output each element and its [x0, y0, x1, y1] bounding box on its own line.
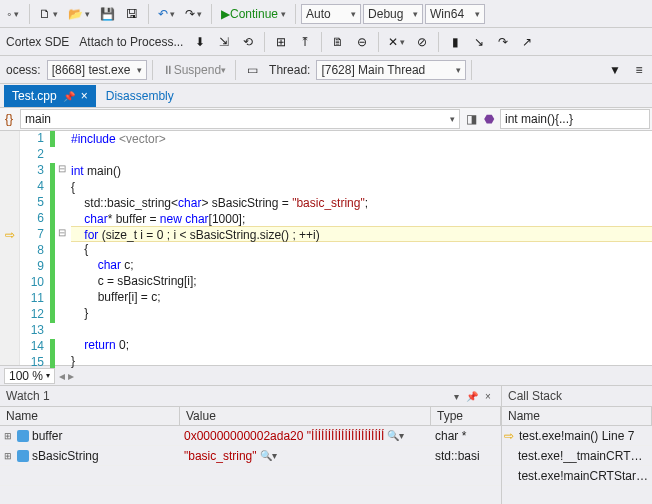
var-name: sBasicString	[32, 449, 99, 463]
breakpoint-gutter-line[interactable]: ⇨	[0, 227, 19, 243]
thread-combo[interactable]: [7628] Main Thread	[316, 60, 466, 80]
line-number: 12	[20, 307, 44, 323]
process-label: ocess:	[2, 63, 45, 77]
cs-col-name[interactable]: Name	[502, 407, 652, 425]
watch-row[interactable]: ⊞sBasicString"basic_string"🔍▾std::basi	[0, 446, 501, 466]
save-button[interactable]: 💾	[96, 3, 119, 25]
code-line[interactable]: {	[71, 179, 652, 195]
callstack-row[interactable]: test.exe!__tmainCRTStartu	[502, 446, 652, 466]
expander-icon[interactable]: ⊞	[4, 451, 14, 461]
code-line[interactable]: return 0;	[71, 337, 652, 353]
code-line[interactable]: char* buffer = new char[1000];	[71, 211, 652, 227]
debug-icon-3[interactable]: ⟲	[237, 31, 259, 53]
thread-icon[interactable]: ▭	[241, 59, 263, 81]
code-line[interactable]: buffer[i] = c;	[71, 289, 652, 305]
code-line[interactable]: #include <vector>	[71, 131, 652, 147]
var-value: 0x00000000002ada20 "ÍÍÍÍÍÍÍÍÍÍÍÍÍÍÍÍÍÍÍÍ…	[184, 429, 384, 443]
line-number: 8	[20, 243, 44, 259]
breakpoint-gutter-line[interactable]	[0, 195, 19, 211]
code-line[interactable]	[71, 321, 652, 337]
stack-frame-icon[interactable]: ≡	[628, 59, 650, 81]
member-combo[interactable]: int main(){...}	[500, 109, 650, 129]
debug-icon-1[interactable]: ⬇	[189, 31, 211, 53]
magnifier-icon[interactable]: 🔍▾	[387, 430, 404, 441]
debug-icon-5[interactable]: ⤒	[294, 31, 316, 53]
breakpoint-gutter-line[interactable]	[0, 131, 19, 147]
step-into-button[interactable]: ↘	[468, 31, 490, 53]
fold-toggle	[55, 291, 69, 307]
code-line[interactable]: {	[71, 241, 652, 257]
config-platform-combo[interactable]: Win64	[425, 4, 485, 24]
attach-to-process-button[interactable]: Attach to Process...	[75, 35, 187, 49]
nav-back-button[interactable]: ◦	[2, 3, 24, 25]
breakpoint-gutter-line[interactable]	[0, 291, 19, 307]
code-line[interactable]: char c;	[71, 257, 652, 273]
debug-icon-9[interactable]: ⊘	[411, 31, 433, 53]
zoom-arrows[interactable]: ◂ ▸	[59, 369, 74, 383]
breakpoint-gutter-line[interactable]	[0, 147, 19, 163]
code-editor[interactable]: ⇨ 123456789101112131415 ⊟⊟ #include <vec…	[0, 131, 652, 366]
callstack-row[interactable]: test.exe!mainCRTStartup()	[502, 466, 652, 486]
step-out-button[interactable]: ↗	[516, 31, 538, 53]
code-line[interactable]: }	[71, 353, 652, 369]
config-auto-combo[interactable]: Auto	[301, 4, 361, 24]
redo-button[interactable]: ↷	[181, 3, 206, 25]
filter-icon[interactable]: ▼	[604, 59, 626, 81]
close-icon[interactable]: ×	[81, 89, 88, 103]
pin-icon[interactable]: 📌	[63, 91, 75, 102]
zoom-combo[interactable]: 100 %	[4, 368, 55, 384]
breakpoint-gutter-line[interactable]	[0, 179, 19, 195]
step-over-button[interactable]: ↷	[492, 31, 514, 53]
debug-icon-2[interactable]: ⇲	[213, 31, 235, 53]
col-value[interactable]: Value	[180, 407, 431, 425]
breakpoint-gutter-line[interactable]	[0, 323, 19, 339]
watch-row[interactable]: ⊞buffer0x00000000002ada20 "ÍÍÍÍÍÍÍÍÍÍÍÍÍ…	[0, 426, 501, 446]
debug-icon-6[interactable]: 🗎	[327, 31, 349, 53]
fold-toggle	[55, 195, 69, 211]
tab-disassembly[interactable]: Disassembly	[98, 85, 182, 107]
code-line[interactable]: int main()	[71, 163, 652, 179]
fold-toggle[interactable]: ⊟	[55, 163, 69, 179]
magnifier-icon[interactable]: 🔍▾	[260, 450, 277, 461]
open-button[interactable]: 📂	[64, 3, 94, 25]
code-line[interactable]: }	[71, 305, 652, 321]
code-line[interactable]: c = sBasicString[i];	[71, 273, 652, 289]
watch-title: Watch 1	[6, 389, 50, 403]
debug-icon-4[interactable]: ⊞	[270, 31, 292, 53]
breakpoint-gutter-line[interactable]	[0, 275, 19, 291]
breakpoint-gutter-line[interactable]	[0, 307, 19, 323]
breakpoint-gutter-line[interactable]	[0, 211, 19, 227]
code-line[interactable]: std::basic_string<char> sBasicString = "…	[71, 195, 652, 211]
panel-close-icon[interactable]: ×	[481, 389, 495, 403]
breakpoint-gutter-line[interactable]	[0, 163, 19, 179]
fold-toggle[interactable]: ⊟	[55, 227, 69, 243]
col-name[interactable]: Name	[0, 407, 180, 425]
expander-icon[interactable]: ⊞	[4, 431, 14, 441]
col-type[interactable]: Type	[431, 407, 501, 425]
panel-pin-icon[interactable]: 📌	[465, 389, 479, 403]
fold-toggle	[55, 179, 69, 195]
continue-button[interactable]: ▶ Continue ▾	[217, 3, 290, 25]
code-line[interactable]: for (size_t i = 0 ; i < sBasicString.siz…	[71, 226, 652, 242]
breakpoint-gutter-line[interactable]	[0, 339, 19, 355]
continue-label: Continue	[230, 7, 278, 21]
debug-icon-8[interactable]: ✕	[384, 31, 409, 53]
watch-row-empty[interactable]	[0, 466, 501, 486]
nav-split-icon[interactable]: ◨	[462, 112, 480, 126]
code-line[interactable]	[71, 147, 652, 163]
new-project-button[interactable]: 🗋	[35, 3, 62, 25]
debug-icon-10[interactable]: ▮	[444, 31, 466, 53]
breakpoint-gutter-line[interactable]	[0, 259, 19, 275]
undo-button[interactable]: ↶	[154, 3, 179, 25]
callstack-row[interactable]: ⇨test.exe!main() Line 7	[502, 426, 652, 446]
save-all-button[interactable]: 🖫	[121, 3, 143, 25]
cortex-sde-button[interactable]: Cortex SDE	[2, 35, 73, 49]
breakpoint-gutter-line[interactable]	[0, 243, 19, 259]
suspend-button[interactable]: ⏸ Suspend ▾	[158, 59, 230, 81]
tab-test-cpp[interactable]: Test.cpp 📌 ×	[4, 85, 96, 107]
process-combo[interactable]: [8668] test.exe	[47, 60, 147, 80]
debug-icon-7[interactable]: ⊖	[351, 31, 373, 53]
config-debug-combo[interactable]: Debug	[363, 4, 423, 24]
panel-dropdown-icon[interactable]: ▾	[449, 389, 463, 403]
scope-combo[interactable]: main ▾	[20, 109, 460, 129]
